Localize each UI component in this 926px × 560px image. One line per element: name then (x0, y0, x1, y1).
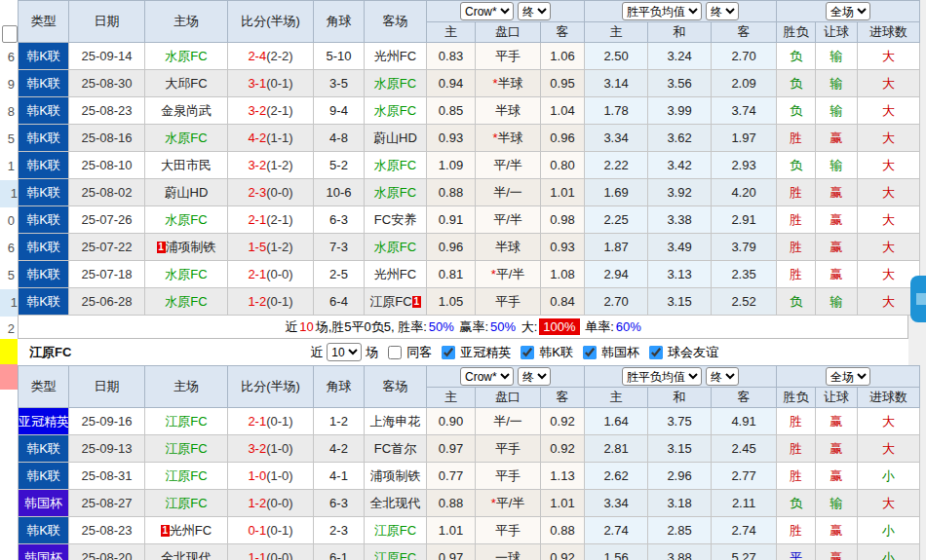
scope-select[interactable]: 全场 (826, 2, 870, 20)
filter-checkbox-2[interactable] (583, 346, 597, 359)
asia-away-odds: 1.08 (541, 261, 585, 288)
euro-home-odds: 2.25 (585, 206, 648, 234)
date-cell: 25-08-23 (69, 517, 145, 544)
same-away-checkbox[interactable] (388, 346, 402, 359)
league-badge: 韩K联 (19, 234, 69, 261)
final-select[interactable]: 终 (706, 2, 739, 20)
sub-header-4: 和 (648, 388, 712, 408)
away-team-cell: 水原FC (365, 179, 427, 206)
col-header-0: 类型 (19, 1, 69, 43)
asia-home-odds: 0.91 (427, 206, 476, 234)
filter-checkbox-2-label[interactable]: 韩国杯 (601, 344, 639, 361)
date-cell: 25-08-02 (69, 179, 145, 206)
corner-cell: 2-5 (314, 261, 365, 288)
corner-cell: 6-3 (314, 490, 365, 517)
near-count-select[interactable]: 10 (327, 343, 362, 361)
wdl-average-select[interactable]: 胜平负均值 (622, 367, 702, 386)
euro-home-odds: 1.87 (585, 234, 648, 261)
result-handicap: 赢 (816, 408, 858, 435)
euro-draw-odds: 2.96 (648, 463, 712, 490)
result-goals: 大 (858, 43, 920, 70)
home-team-cell: 水原FC (145, 288, 228, 316)
euro-away-odds: 1.97 (712, 125, 777, 152)
col-header-4: 角球 (314, 366, 365, 408)
score-cell: 2-1(0-0) (228, 261, 314, 288)
euro-home-odds: 1.64 (585, 408, 648, 435)
euro-draw-odds: 3.49 (648, 234, 712, 261)
result-wdl: 负 (777, 70, 816, 97)
euro-draw-odds: 3.24 (648, 43, 712, 70)
summary-text: 大: (518, 319, 537, 334)
asia-home-odds: 0.88 (427, 179, 476, 206)
corner-cell: 2-3 (314, 517, 365, 544)
home-team-cell: 金泉尚武 (145, 97, 228, 125)
result-wdl: 平 (777, 544, 816, 560)
asia-away-odds: 1.04 (541, 97, 585, 125)
clipped-digit: 1 (0, 153, 15, 180)
euro-away-odds: 2.70 (712, 43, 777, 70)
asia-odds-group-header: Crow*终 (427, 1, 585, 22)
away-team-cell: 水原FC (365, 70, 427, 97)
euro-home-odds: 1.56 (585, 544, 648, 560)
result-wdl: 胜 (777, 125, 816, 152)
wdl-average-select[interactable]: 胜平负均值 (622, 2, 702, 20)
away-team-cell: 上海申花 (365, 408, 427, 435)
sub-header-6: 胜负 (777, 22, 816, 43)
match-row: 韩K联25-08-30大邱FC3-1(0-1)3-5水原FC0.94*半球0.9… (19, 70, 920, 97)
asia-away-odds: 1.13 (541, 463, 585, 490)
corner-cell: 5-2 (314, 152, 365, 179)
filter-checkbox-0-label[interactable]: 亚冠精英 (460, 344, 511, 361)
asia-home-odds: 0.90 (427, 408, 476, 435)
euro-away-odds: 2.11 (712, 490, 777, 517)
result-wdl: 胜 (777, 517, 816, 544)
sub-header-3: 主 (585, 388, 648, 408)
clipped-digit: 9 (0, 71, 15, 98)
filter-checkbox-1-label[interactable]: 韩K联 (539, 344, 573, 361)
match-row: 韩K联25-07-221浦项制铁1-5(1-2)7-3水原FC0.96半球0.9… (19, 234, 920, 261)
home-team-cell: 大邱FC (145, 70, 228, 97)
euro-home-odds: 1.69 (585, 179, 648, 206)
home-team-cell: 水原FC (145, 43, 228, 70)
filter-checkbox-3[interactable] (649, 346, 663, 359)
euro-away-odds: 3.79 (712, 234, 777, 261)
asia-home-odds: 0.88 (427, 490, 476, 517)
result-handicap: 输 (816, 288, 858, 316)
result-group-header: 全场 (777, 1, 920, 22)
euro-draw-odds: 3.38 (648, 206, 712, 234)
score-cell: 2-3(0-0) (228, 179, 314, 206)
league-badge: 亚冠精英 (19, 408, 69, 435)
scope-select[interactable]: 全场 (826, 367, 870, 386)
filter-checkbox-3-label[interactable]: 球会友谊 (668, 344, 718, 361)
filter-checkbox-0[interactable] (442, 346, 455, 359)
euro-home-odds: 3.14 (585, 70, 648, 97)
euro-home-odds: 2.70 (585, 288, 648, 316)
result-handicap: 赢 (816, 206, 858, 234)
same-away-checkbox-label[interactable]: 同客 (406, 344, 432, 361)
odds-source-select[interactable]: Crow* (460, 367, 514, 386)
match-row: 韩K联25-06-28水原FC1-2(0-1)6-4江原FC11.05平手0.8… (19, 288, 920, 316)
corner-cell: 4-1 (314, 463, 365, 490)
date-cell: 25-07-18 (69, 261, 145, 288)
page: 6985110651 2 类型日期主场比分(半场)角球客场Crow*终胜平负均值… (0, 0, 926, 560)
handicap-cell: 平手 (476, 463, 541, 490)
summary-text: 60% (616, 319, 641, 334)
handicap-cell: 平手 (476, 43, 541, 70)
filter-checkbox-1[interactable] (521, 346, 534, 359)
euro-away-odds: 2.52 (712, 288, 777, 316)
main-content: 类型日期主场比分(半场)角球客场Crow*终胜平负均值终全场主盘口客主和客胜负让… (18, 0, 908, 560)
euro-away-odds: 2.35 (712, 261, 777, 288)
result-handicap: 赢 (816, 544, 858, 560)
floating-side-button[interactable] (910, 276, 926, 322)
euro-away-odds: 5.27 (712, 544, 777, 560)
asia-home-odds: 0.81 (427, 261, 476, 288)
final-select[interactable]: 终 (518, 367, 551, 386)
euro-away-odds: 2.77 (712, 463, 777, 490)
col-header-1: 日期 (69, 366, 145, 408)
odds-source-select[interactable]: Crow* (460, 2, 514, 20)
final-select[interactable]: 终 (706, 367, 739, 386)
euro-away-odds: 2.45 (712, 435, 777, 463)
final-select[interactable]: 终 (518, 2, 551, 20)
handicap-cell: 平手 (476, 435, 541, 463)
asia-away-odds: 0.80 (541, 152, 585, 179)
corner-cell: 6-4 (314, 288, 365, 316)
